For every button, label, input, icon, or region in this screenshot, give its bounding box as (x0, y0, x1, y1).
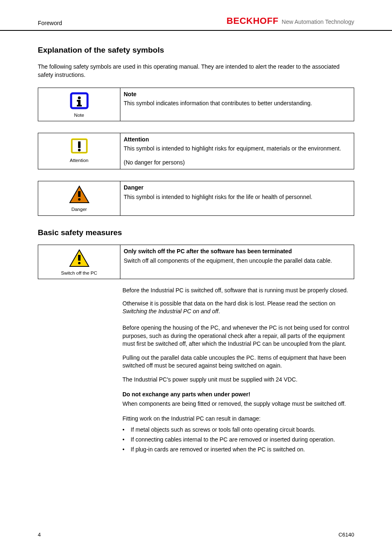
heading-basic-safety: Basic safety measures (38, 227, 354, 238)
para-before-opening: Before opening the housing of the PC, an… (122, 324, 354, 348)
list-item: •If plug-in cards are removed or inserte… (122, 446, 354, 454)
info-icon (70, 92, 89, 109)
para-close-software: Before the Industrial PC is switched off… (122, 287, 354, 295)
bullet-text: If metal objects such as screws or tools… (131, 426, 316, 434)
bullet-text: If plug-in cards are removed or inserted… (131, 446, 305, 454)
switch-off-box: Switch off the PC Only switch off the PC… (38, 245, 354, 279)
switch-off-caption: Switch off the PC (42, 270, 117, 276)
svg-rect-4 (77, 105, 82, 106)
list-item: •If metal objects such as screws or tool… (122, 426, 354, 434)
doc-id: C6140 (339, 531, 354, 539)
note-box: Note Note This symbol indicates informat… (38, 88, 354, 121)
attention-body: This symbol is intended to highlight ris… (124, 145, 350, 153)
para-data-loss: Otherwise it is possible that data on th… (122, 300, 354, 316)
svg-rect-7 (78, 141, 81, 148)
logo-sub: New Automation Technology (282, 18, 354, 26)
heading-safety-symbols: Explanation of the safety symbols (38, 45, 354, 56)
svg-point-8 (78, 148, 80, 151)
list-item: •If connecting cables internal to the PC… (122, 436, 354, 444)
svg-rect-13 (78, 255, 81, 261)
page-number: 4 (38, 531, 41, 539)
note-body: This symbol indicates information that c… (124, 99, 350, 108)
danger-icon (69, 185, 90, 204)
attention-caption: Attention (42, 157, 117, 164)
para-fitting-damage: Fitting work on the Industrial PC can re… (122, 415, 354, 423)
logo-main: BECKHOFF (226, 15, 278, 28)
warn-no-exchange-title: Do not exchange any parts when under pow… (122, 391, 354, 399)
note-caption: Note (42, 112, 117, 118)
brand-logo: BECKHOFF New Automation Technology (226, 15, 354, 28)
intro-paragraph: The following safety symbols are used in… (38, 63, 354, 79)
attention-icon (70, 137, 89, 155)
svg-point-14 (78, 262, 81, 264)
bullet-text: If connecting cables internal to the PC … (131, 436, 335, 444)
danger-title: Danger (124, 184, 350, 192)
attention-title: Attention (124, 136, 350, 144)
para-uncouple: Pulling out the parallel data cable unco… (122, 354, 354, 370)
page-header-left: Foreword (38, 19, 62, 28)
svg-rect-3 (77, 100, 80, 102)
para-data-loss-text: Otherwise it is possible that data on th… (122, 300, 335, 307)
danger-caption: Danger (42, 206, 117, 213)
warning-triangle-icon (69, 249, 90, 267)
svg-point-1 (78, 96, 81, 99)
switch-off-title: Only switch off the PC after the softwar… (124, 247, 350, 256)
warn-no-exchange-body: When components are being fitted or remo… (122, 400, 354, 408)
danger-body: This symbol is intended to highlight ris… (124, 193, 350, 201)
para-24vdc: The Industrial PC's power supply unit mu… (122, 376, 354, 384)
attention-extra: (No danger for persons) (124, 159, 350, 167)
svg-rect-10 (78, 191, 81, 197)
danger-box: Danger Danger This symbol is intended to… (38, 181, 354, 215)
switch-off-body: Switch off all components of the equipme… (124, 257, 350, 265)
svg-point-11 (78, 198, 81, 201)
note-title: Note (124, 90, 350, 99)
link-switching-on-off: Switching the Industrial PC on and off (122, 308, 218, 314)
attention-box: Attention Attention This symbol is inten… (38, 133, 354, 170)
